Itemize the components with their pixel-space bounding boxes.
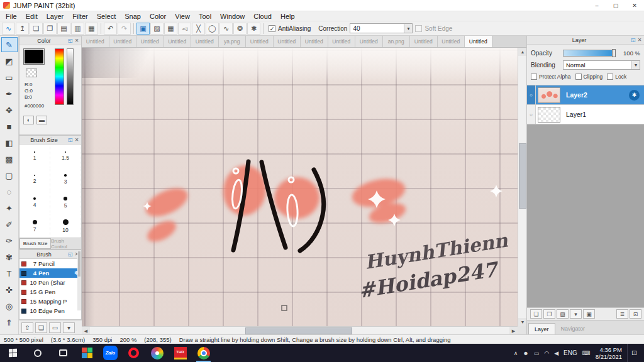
select-pen-tool-icon[interactable]: ✐ bbox=[1, 217, 18, 232]
snap-cross-icon[interactable]: ╳ bbox=[192, 23, 205, 35]
filter-tool-icon[interactable]: ✾ bbox=[1, 250, 18, 265]
tab-brush-control[interactable]: Brush Control bbox=[51, 238, 81, 249]
panel-grid-icon[interactable]: ▦ bbox=[85, 23, 98, 35]
brush-size-option[interactable]: 5 bbox=[50, 191, 81, 214]
document-tab[interactable]: Untitled bbox=[164, 36, 192, 47]
close-icon[interactable]: ✕ bbox=[636, 37, 643, 43]
layer-row[interactable]: ○ Layer2 ✱ bbox=[527, 85, 644, 105]
maximize-button[interactable]: ▢ bbox=[606, 0, 625, 11]
shape-brush-tool-icon[interactable]: ▭ bbox=[1, 70, 18, 85]
document-tab[interactable]: Untitled bbox=[136, 36, 164, 47]
network-icon[interactable]: ◠ bbox=[544, 350, 549, 356]
layer-menu-icon[interactable]: ▾ bbox=[570, 309, 582, 319]
redo-icon[interactable]: ↷ bbox=[118, 23, 131, 35]
brush-list-item[interactable]: 10 Pen (Shar ✱ bbox=[19, 278, 81, 287]
new-canvas-icon[interactable]: ❏ bbox=[35, 322, 47, 333]
brush-size-option[interactable]: 2 bbox=[19, 168, 50, 191]
touch-keyboard-icon[interactable]: ⌨ bbox=[582, 350, 591, 356]
hand-tool-icon[interactable]: ✜ bbox=[1, 282, 18, 297]
document-tab[interactable]: Untitled bbox=[191, 36, 219, 47]
open-folder-icon[interactable]: ▭ bbox=[49, 322, 61, 333]
brush-size-option[interactable]: 7 bbox=[19, 214, 50, 238]
snap-horizontal-icon[interactable]: ◅ bbox=[178, 23, 191, 35]
menu-item[interactable]: Layer bbox=[42, 13, 69, 20]
folder-layer-icon[interactable]: ▣ bbox=[583, 309, 595, 319]
layer-settings-gear-icon[interactable]: ✱ bbox=[629, 90, 640, 101]
snap-radial-icon[interactable]: ❂ bbox=[233, 23, 247, 35]
popout-icon[interactable]: ◱ bbox=[67, 251, 74, 257]
brush-list-item[interactable]: 7 Pencil ✱ bbox=[19, 259, 81, 268]
taskbar-app-paint[interactable] bbox=[145, 344, 169, 362]
pen-tool-icon[interactable]: ✎ bbox=[1, 37, 18, 52]
brush-list-item[interactable]: 15 Mapping P ✱ bbox=[19, 297, 81, 306]
menu-item[interactable]: Color bbox=[145, 13, 170, 20]
task-view-button[interactable] bbox=[50, 344, 75, 362]
hidden-icons-icon[interactable]: ∧ bbox=[514, 350, 518, 356]
pages-icon[interactable]: ▤ bbox=[57, 23, 70, 35]
scroll-up-icon[interactable]: ⇑ bbox=[1, 315, 18, 330]
gradient-tool-icon[interactable]: ▩ bbox=[1, 151, 18, 167]
popout-icon[interactable]: ◱ bbox=[67, 38, 74, 43]
text-tool-icon[interactable]: T bbox=[1, 266, 18, 281]
menu-item[interactable]: Select bbox=[92, 13, 121, 20]
comment-icon[interactable]: ❏ bbox=[30, 23, 43, 35]
dip-pen-tool-icon[interactable]: ✒ bbox=[1, 86, 18, 101]
brush-size-option[interactable]: 4 bbox=[19, 191, 50, 214]
color-bar-icon[interactable]: ▬ bbox=[36, 116, 47, 124]
language-indicator[interactable]: ENG bbox=[564, 349, 577, 356]
chat-icon[interactable]: ❐ bbox=[43, 23, 57, 35]
brush-size-option[interactable]: 1.5 bbox=[50, 145, 81, 168]
fill-rect-tool-icon[interactable]: ■ bbox=[1, 119, 18, 134]
lasso-tool-icon[interactable]: ◌ bbox=[1, 184, 18, 199]
import-image-icon[interactable]: ▧ bbox=[557, 309, 569, 319]
color-wheel-icon[interactable]: ◐ bbox=[23, 116, 34, 124]
transparent-color-swatch[interactable] bbox=[26, 69, 37, 77]
magic-wand-tool-icon[interactable]: ✦ bbox=[1, 200, 18, 216]
snap-parallel-icon[interactable]: ▨ bbox=[150, 23, 164, 35]
scroll-down-arrow-icon[interactable]: ▼ bbox=[518, 318, 527, 326]
document-tab[interactable]: Untitled bbox=[438, 36, 465, 47]
volume-icon[interactable]: ◀ bbox=[554, 350, 558, 356]
blending-dropdown[interactable]: Normal ▾ bbox=[563, 60, 640, 70]
search-button[interactable] bbox=[25, 344, 50, 362]
brush-size-option[interactable]: 1 bbox=[19, 145, 50, 168]
brush-size-option[interactable]: 3 bbox=[50, 168, 81, 191]
document-tab[interactable]: Untitled bbox=[465, 36, 492, 47]
select-eraser-tool-icon[interactable]: ✑ bbox=[1, 233, 18, 248]
taskbar-app-chrome[interactable] bbox=[192, 344, 215, 362]
antialiasing-checkbox[interactable]: ✓ AntiAliasing bbox=[269, 25, 311, 32]
action-center-icon[interactable]: ⊡ bbox=[627, 344, 641, 362]
scroll-up-arrow-icon[interactable]: ▲ bbox=[518, 48, 527, 56]
minimize-button[interactable]: – bbox=[587, 0, 606, 11]
document-tab[interactable]: Untitled bbox=[82, 36, 109, 47]
popout-icon[interactable]: ◱ bbox=[67, 137, 74, 143]
hue-bar[interactable] bbox=[55, 48, 64, 105]
snap-curve-icon[interactable]: ∿ bbox=[219, 23, 233, 35]
close-icon[interactable]: ✕ bbox=[74, 38, 80, 43]
undo-icon[interactable]: ↶ bbox=[104, 23, 117, 35]
upload-icon[interactable]: ⇧ bbox=[21, 322, 33, 333]
start-button[interactable] bbox=[0, 344, 25, 362]
duplicate-layer-icon[interactable]: ❐ bbox=[543, 309, 555, 319]
clipping-checkbox[interactable]: Clipping bbox=[575, 74, 603, 80]
brush-list-scrollbar[interactable] bbox=[77, 250, 81, 310]
taskbar-app-store[interactable] bbox=[75, 344, 99, 362]
document-tab[interactable]: Untitled bbox=[246, 36, 274, 47]
taskbar-clock[interactable]: 4:36 PM 8/21/2021 bbox=[596, 346, 622, 360]
tab-navigator[interactable]: Navigator bbox=[555, 323, 591, 334]
menu-item[interactable]: Cloud bbox=[249, 13, 276, 20]
close-icon[interactable]: ✕ bbox=[74, 137, 80, 143]
brush-list-item[interactable]: 4 Pen ✱ bbox=[19, 268, 81, 278]
add-layer-icon[interactable]: ❏ bbox=[530, 309, 542, 319]
popout-icon[interactable]: ◱ bbox=[630, 37, 636, 43]
document-tab[interactable]: Untitled bbox=[355, 36, 383, 47]
menu-item[interactable]: File bbox=[1, 13, 21, 20]
menu-item[interactable]: Help bbox=[276, 13, 299, 20]
export-icon[interactable]: ↥ bbox=[16, 23, 29, 35]
foreground-color-swatch[interactable] bbox=[23, 48, 45, 65]
document-tab[interactable]: Untitled bbox=[328, 36, 356, 47]
brush-list-item[interactable]: 10 Edge Pen ✱ bbox=[19, 306, 81, 315]
menu-item[interactable]: View bbox=[170, 13, 194, 20]
snap-ellipse-icon[interactable]: ◯ bbox=[206, 23, 219, 35]
menu-item[interactable]: Tool bbox=[194, 13, 216, 20]
